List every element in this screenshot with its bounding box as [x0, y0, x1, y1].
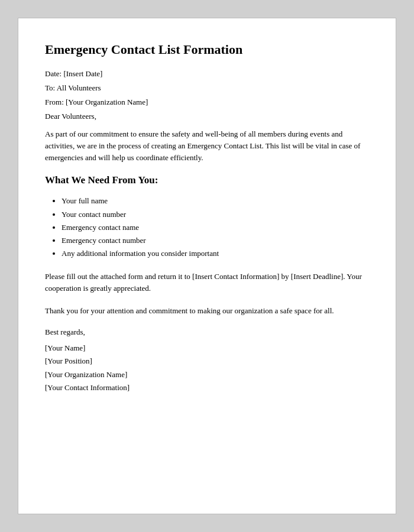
to-line: To: All Volunteers [45, 83, 369, 93]
signature-name: [Your Name] [45, 342, 369, 355]
signature-block: [Your Name] [Your Position] [Your Organi… [45, 342, 369, 394]
intro-paragraph: As part of our commitment to ensure the … [45, 128, 369, 164]
section-heading: What We Need From You: [45, 174, 369, 186]
date-line: Date: [Insert Date] [45, 69, 369, 79]
signature-contact: [Your Contact Information] [45, 381, 369, 394]
list-item: Any additional information you consider … [62, 247, 369, 260]
thank-you-paragraph: Thank you for your attention and commitm… [45, 305, 369, 317]
list-item: Your contact number [62, 208, 369, 221]
signature-org: [Your Organization Name] [45, 368, 369, 381]
document-title: Emergency Contact List Formation [45, 42, 369, 57]
needs-list: Your full name Your contact number Emerg… [62, 194, 369, 259]
from-line: From: [Your Organization Name] [45, 98, 369, 107]
list-item: Emergency contact number [62, 234, 369, 247]
list-item: Emergency contact name [62, 221, 369, 234]
signature-position: [Your Position] [45, 355, 369, 368]
best-regards-text: Best regards, [45, 327, 369, 337]
greeting-text: Dear Volunteers, [45, 112, 369, 121]
list-item: Your full name [62, 194, 369, 207]
instructions-paragraph: Please fill out the attached form and re… [45, 271, 369, 294]
document-container: Emergency Contact List Formation Date: [… [18, 18, 396, 514]
